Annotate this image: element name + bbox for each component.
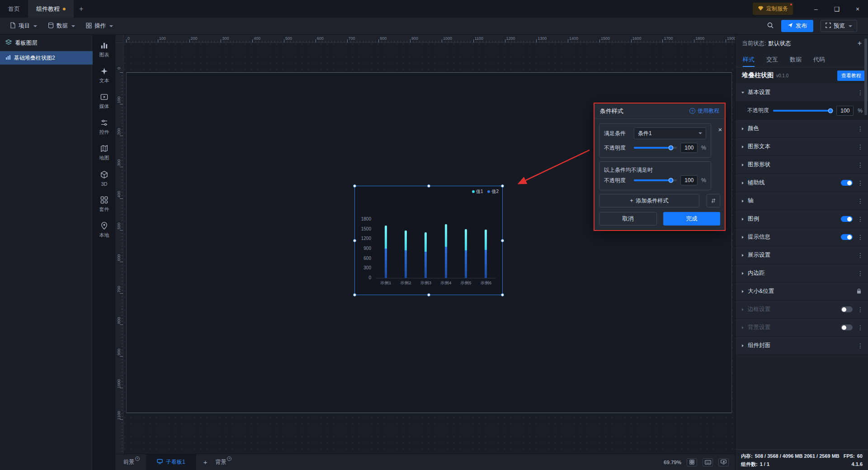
- dock-item-控件[interactable]: 控件: [93, 114, 115, 140]
- board-tab[interactable]: 子看板1: [146, 454, 196, 470]
- resize-handle[interactable]: [353, 293, 356, 296]
- section-提示信息[interactable]: 提示信息⋮: [736, 228, 868, 246]
- canvas[interactable]: 0100200300400500600700800900100011001200…: [115, 35, 735, 454]
- dock-item-媒体[interactable]: 媒体: [93, 88, 115, 114]
- opacity-slider[interactable]: [773, 110, 832, 112]
- add-icon[interactable]: +: [227, 456, 231, 461]
- toggle-switch[interactable]: [841, 216, 853, 222]
- layer-item-stacked-bar[interactable]: 基础堆叠柱状图2: [0, 51, 93, 65]
- toggle-switch[interactable]: [841, 234, 853, 240]
- add-condition-button[interactable]: + 添加条件样式: [599, 194, 699, 207]
- opacity-input[interactable]: 100: [836, 106, 854, 116]
- new-tab-button[interactable]: +: [79, 5, 83, 13]
- publish-button[interactable]: 发布: [781, 20, 813, 32]
- view-tutorial-button[interactable]: 查看教程: [837, 70, 865, 81]
- tab-component-tutorial[interactable]: 组件教程: [28, 0, 74, 18]
- add-board-button[interactable]: +: [203, 458, 208, 466]
- section-大小&位置[interactable]: 大小&位置: [736, 282, 868, 301]
- resize-handle[interactable]: [427, 293, 430, 296]
- zoom-level[interactable]: 69.79%: [664, 460, 681, 465]
- kebab-menu-icon[interactable]: ⋮: [857, 216, 862, 222]
- kebab-menu-icon[interactable]: ⋮: [857, 252, 862, 258]
- close-button[interactable]: ×: [847, 0, 868, 18]
- custom-service-button[interactable]: 定制服务: [753, 3, 793, 15]
- dock-item-图表[interactable]: 图表: [93, 37, 115, 62]
- section-边框设置[interactable]: 边框设置⋮: [736, 301, 868, 319]
- kebab-menu-icon[interactable]: ⋮: [857, 270, 862, 277]
- section-内边距[interactable]: 内边距⋮: [736, 264, 868, 282]
- fullscreen-icon: [826, 23, 831, 29]
- kebab-menu-icon[interactable]: ⋮: [857, 343, 862, 349]
- foreground-tab[interactable]: 前景 +: [123, 458, 140, 466]
- tab-home[interactable]: 首页: [0, 0, 28, 18]
- section-组件封面[interactable]: 组件封面⋮: [736, 337, 868, 355]
- kebab-menu-icon[interactable]: ⋮: [857, 89, 862, 96]
- resize-handle[interactable]: [501, 293, 504, 296]
- section-辅助线[interactable]: 辅助线⋮: [736, 174, 868, 192]
- grid-toggle-button[interactable]: [687, 458, 697, 466]
- menu-operate[interactable]: 操作: [80, 18, 118, 34]
- section-图例[interactable]: 图例⋮: [736, 210, 868, 228]
- fallback-opacity-input[interactable]: 100: [680, 175, 698, 185]
- confirm-button[interactable]: 完成: [663, 212, 720, 226]
- opacity-slider[interactable]: [634, 147, 677, 149]
- maximize-button[interactable]: ❏: [826, 0, 847, 18]
- dock-item-3D[interactable]: 3D: [93, 165, 115, 191]
- resize-handle[interactable]: [501, 239, 504, 242]
- legend-item[interactable]: 值2: [487, 188, 499, 195]
- kebab-menu-icon[interactable]: ⋮: [857, 180, 862, 186]
- kebab-menu-icon[interactable]: ⋮: [857, 126, 862, 132]
- remove-condition-icon[interactable]: ×: [716, 125, 724, 133]
- section-图形形状[interactable]: 图形形状⋮: [736, 156, 868, 174]
- toggle-switch[interactable]: [841, 306, 853, 312]
- reorder-button[interactable]: [707, 194, 720, 207]
- add-state-button[interactable]: +: [858, 39, 862, 47]
- tutorial-link[interactable]: ? 使用教程: [689, 107, 719, 115]
- section-展示设置[interactable]: 展示设置⋮: [736, 246, 868, 264]
- section-背景设置[interactable]: 背景设置⋮: [736, 319, 868, 337]
- tab-style[interactable]: 样式: [743, 52, 755, 67]
- menu-project[interactable]: 项目: [5, 18, 42, 34]
- preview-button[interactable]: 预览: [821, 20, 857, 32]
- section-颜色[interactable]: 颜色⋮: [736, 120, 868, 138]
- kebab-menu-icon[interactable]: ⋮: [857, 306, 862, 313]
- shortcut-keys-button[interactable]: [703, 458, 713, 466]
- legend-item[interactable]: 值1: [472, 188, 483, 195]
- section-图形文本[interactable]: 图形文本⋮: [736, 138, 868, 156]
- fallback-opacity-slider[interactable]: [634, 179, 677, 181]
- kebab-menu-icon[interactable]: ⋮: [857, 234, 862, 240]
- menu-data[interactable]: 数据: [42, 18, 80, 34]
- cancel-button[interactable]: 取消: [599, 212, 657, 226]
- lock-icon[interactable]: [856, 288, 862, 294]
- tab-interaction[interactable]: 交互: [766, 52, 778, 67]
- toggle-switch[interactable]: [841, 324, 853, 330]
- section-轴[interactable]: 轴⋮: [736, 192, 868, 210]
- tab-data[interactable]: 数据: [790, 52, 802, 67]
- add-icon[interactable]: +: [135, 456, 140, 461]
- background-tab[interactable]: 背景 +: [215, 458, 231, 466]
- resize-handle[interactable]: [353, 239, 356, 242]
- kebab-menu-icon[interactable]: ⋮: [857, 198, 862, 204]
- dock-item-地图[interactable]: 地图: [93, 140, 115, 165]
- condition-select[interactable]: 条件1: [634, 127, 706, 139]
- presentation-button[interactable]: [718, 458, 729, 466]
- dock-item-文本[interactable]: 文本: [93, 62, 115, 88]
- state-value[interactable]: 默认状态: [768, 40, 791, 47]
- search-icon[interactable]: [767, 22, 774, 30]
- opacity-input[interactable]: 100: [680, 143, 698, 153]
- kebab-menu-icon[interactable]: ⋮: [857, 144, 862, 150]
- resize-handle[interactable]: [353, 184, 356, 188]
- minimize-button[interactable]: –: [806, 0, 826, 18]
- section-label: 边框设置: [748, 306, 770, 313]
- section-基本设置[interactable]: 基本设置⋮: [736, 84, 868, 102]
- resize-handle[interactable]: [427, 184, 430, 188]
- scrollbar-thumb[interactable]: [864, 38, 867, 115]
- kebab-menu-icon[interactable]: ⋮: [857, 162, 862, 168]
- dock-item-套件[interactable]: 套件: [93, 191, 115, 217]
- resize-handle[interactable]: [501, 184, 504, 188]
- toggle-switch[interactable]: [841, 180, 853, 186]
- kebab-menu-icon[interactable]: ⋮: [857, 324, 862, 331]
- chart-component[interactable]: 值1值2 0300600900120015001800示例1示例2示例3示例4示…: [354, 186, 503, 295]
- tab-code[interactable]: 代码: [813, 52, 825, 67]
- dock-item-本地[interactable]: 本地: [93, 217, 115, 243]
